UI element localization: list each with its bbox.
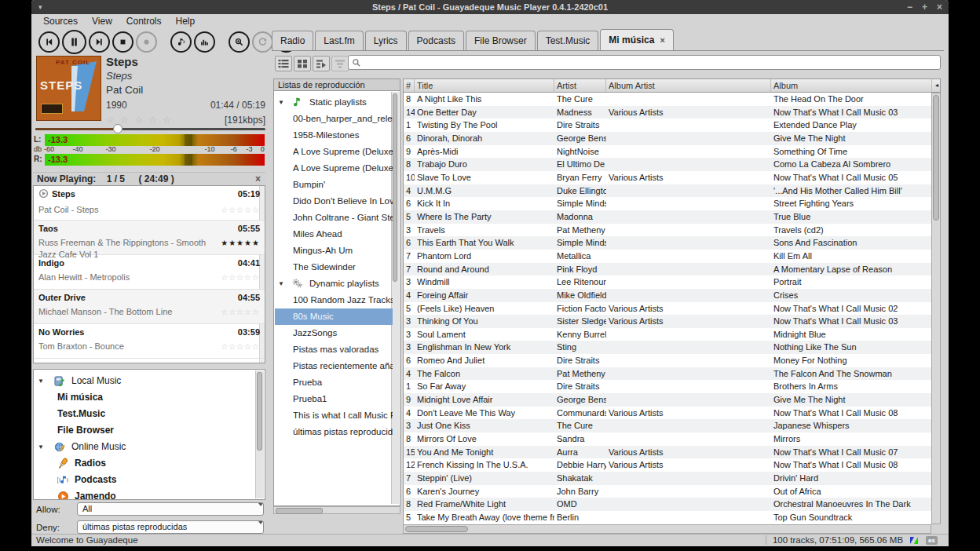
- menu-controls[interactable]: Controls: [119, 14, 169, 28]
- table-row[interactable]: 4U.M.M.GDuke Ellington'...And His Mother…: [404, 184, 931, 198]
- playlist-item-jazzsongs[interactable]: JazzSongs: [275, 325, 393, 341]
- playlist-item-00-ben-harper-and-relentless7[interactable]: 00-ben_harper_and_relentless7: [275, 111, 393, 127]
- table-row[interactable]: 1Twisting By The PoolDire StraitsExtende…: [404, 119, 931, 132]
- table-row[interactable]: 6Romeo And JulietDire StraitsMoney For N…: [404, 354, 931, 367]
- playlist-item-prueba1[interactable]: Prueba1: [275, 391, 393, 407]
- table-row[interactable]: 8A Night Like ThisThe CureThe Head On Th…: [404, 93, 931, 106]
- record-button[interactable]: [136, 31, 157, 53]
- albums-grid-view-button[interactable]: [294, 56, 311, 71]
- table-row[interactable]: 15You And Me TonightAurraVarious Artists…: [404, 446, 931, 459]
- queue-item[interactable]: No Worries03:59Tom Braxton - Bounce☆☆☆☆☆: [34, 324, 265, 359]
- maximize-button[interactable]: +: [922, 0, 927, 14]
- spinner-arrows-icon[interactable]: [254, 524, 259, 534]
- playlist-item-pistas-mas-valoradas[interactable]: Pistas mas valoradas: [275, 341, 393, 358]
- table-row[interactable]: 5Take My Breath Away (love theme from "T…: [404, 511, 931, 524]
- sources-item-radios[interactable]: Radios: [34, 455, 255, 472]
- playlist-item-1958-milestones[interactable]: 1958-Milestones: [275, 127, 393, 144]
- playlist-item-the-sidewinder[interactable]: The Sidewinder: [275, 259, 393, 276]
- sources-item-test-music[interactable]: Test.Music: [34, 406, 255, 422]
- table-row[interactable]: 3Thinking Of YouSister SledgeVarious Art…: [404, 315, 931, 328]
- playlist-item-bumpin[interactable]: Bumpin': [275, 177, 393, 193]
- queue-item[interactable]: Indigo04:41Alan Hewitt - Metropolis☆☆☆☆☆: [34, 255, 265, 290]
- queue-item-rating[interactable]: ☆☆☆☆☆: [221, 341, 260, 352]
- tab-last-fm[interactable]: Last.fm: [315, 31, 363, 50]
- next-button[interactable]: [89, 31, 110, 53]
- table-row[interactable]: 3Just One KissThe CureJapanese Whispers: [404, 419, 931, 432]
- column-header-title[interactable]: Title: [415, 79, 554, 92]
- playlist-item-john-coltrane-giant-steps[interactable]: John Coltrane - Giant Steps: [275, 210, 393, 226]
- tab-test-music[interactable]: Test.Music: [537, 31, 599, 50]
- sources-item-podcasts[interactable]: Podcasts: [34, 472, 255, 488]
- queue-item[interactable]: Outer Drive04:55Michael Manson - The Bot…: [34, 290, 265, 324]
- playlist-item-pistas-recientemente-a-adidas[interactable]: Pistas recientemente añadidas: [275, 358, 393, 374]
- previous-button[interactable]: [38, 31, 60, 53]
- table-row[interactable]: 7Round and AroundPink FloydA Momentary L…: [404, 263, 931, 276]
- now-playing-close-icon[interactable]: ×: [255, 173, 261, 186]
- volume-button[interactable]: [170, 31, 192, 53]
- playlist-item-dido-don-t-believe-in-love-listas[interactable]: Dido Don't Believe In Love Listas: [275, 193, 393, 210]
- column-header-album-artist[interactable]: Album Artist: [606, 79, 771, 92]
- table-row[interactable]: 5(Feels Like) HeavenFiction FactoryVario…: [404, 302, 931, 316]
- filter-view-button[interactable]: [331, 56, 349, 71]
- tab-podcasts[interactable]: Podcasts: [408, 31, 464, 50]
- table-row[interactable]: 8Red Frame/White LightOMDOrchestral Mano…: [404, 498, 931, 511]
- queue-item-rating[interactable]: ☆☆☆☆☆: [221, 204, 260, 216]
- menu-sources[interactable]: Sources: [36, 14, 85, 28]
- seek-knob[interactable]: [113, 124, 122, 133]
- expander-icon[interactable]: ▼: [278, 276, 284, 292]
- playlist-view-button[interactable]: [313, 56, 330, 71]
- table-row[interactable]: 3TravelsPat MethenyTravels (cd2): [404, 224, 931, 237]
- table-row[interactable]: 6Karen's JourneyJohn BarryOut of Africa: [404, 485, 931, 498]
- expander-icon[interactable]: ▼: [38, 373, 44, 389]
- table-row[interactable]: 14One Better DayMadnessVarious ArtistsNo…: [404, 106, 931, 119]
- seek-slider[interactable]: [35, 124, 265, 133]
- playlist-item-miles-ahead[interactable]: Miles Ahead: [275, 226, 393, 243]
- stop-button[interactable]: [112, 31, 133, 53]
- allow-filter-select[interactable]: All: [77, 502, 264, 516]
- minimize-button[interactable]: −: [907, 0, 912, 14]
- table-row[interactable]: 6This Earth That You WalkSimple MindsSon…: [404, 236, 931, 250]
- table-row[interactable]: 12French Kissing In The U.S.A.Debbie Har…: [404, 458, 931, 472]
- table-row[interactable]: 9Après-MidiNightNoiseSomething Of Time: [404, 145, 931, 159]
- table-row[interactable]: 4The FalconPat Metheny GroupThe Falcon A…: [404, 367, 931, 381]
- playlist-group-static-playlists[interactable]: ▼Static playlists: [275, 94, 393, 111]
- column-options-icon[interactable]: ◂: [932, 79, 940, 92]
- queue-item-rating[interactable]: ☆☆☆☆☆: [221, 272, 260, 283]
- sources-scrollbar[interactable]: [255, 370, 264, 498]
- close-button[interactable]: ×: [937, 0, 942, 14]
- table-row[interactable]: 4Don't Leave Me This WayCommunardsVariou…: [404, 407, 931, 420]
- column-header-artist[interactable]: Artist: [554, 79, 606, 92]
- tab-radio[interactable]: Radio: [272, 31, 313, 50]
- search-input[interactable]: [364, 56, 940, 69]
- table-row[interactable]: 8Mirrors Of LoveSandraMirrors: [404, 432, 931, 446]
- playlist-item-prueba[interactable]: Prueba: [275, 374, 393, 391]
- tracks-view-button[interactable]: [275, 56, 292, 71]
- tab-lyrics[interactable]: Lyrics: [365, 31, 407, 50]
- queue-item-rating[interactable]: ☆☆☆☆☆: [221, 306, 260, 318]
- column-header-[interactable]: #: [404, 79, 415, 92]
- tab-close-icon[interactable]: ×: [660, 35, 664, 45]
- playlists-hscrollbar[interactable]: [273, 506, 400, 514]
- repeat-button[interactable]: [252, 31, 273, 53]
- table-row[interactable]: 3Englishman In New YorkStingNothing Like…: [404, 341, 931, 354]
- playlist-item-80s-music[interactable]: 80s Music: [275, 308, 393, 325]
- smart-mode-button[interactable]: [229, 31, 250, 53]
- track-table-hscrollbar[interactable]: [403, 524, 931, 534]
- sources-group-online-music[interactable]: ▼Online Music: [34, 439, 255, 455]
- table-row[interactable]: 8Trabajo DuroEl Ultimo De La FilaComo La…: [404, 158, 931, 171]
- playlist-item-mingus-ah-um[interactable]: Mingus-Ah Um: [275, 243, 393, 259]
- sources-item-file-browser[interactable]: File Browser: [34, 422, 255, 439]
- search-box[interactable]: [348, 55, 941, 70]
- queue-item[interactable]: Steps05:19Pat Coil - Steps☆☆☆☆☆: [34, 186, 265, 221]
- tab-mi-m-sica[interactable]: Mi música×: [600, 29, 673, 50]
- table-row[interactable]: 10Slave To LoveBryan FerryVarious Artist…: [404, 171, 931, 184]
- table-row[interactable]: 6Dinorah, DinorahGeorge BensonGive Me Th…: [404, 132, 931, 145]
- spinner-arrows-icon[interactable]: [254, 505, 259, 516]
- tab-file-browser[interactable]: File Browser: [466, 31, 536, 50]
- album-art[interactable]: PAT COIL STEPS: [36, 56, 101, 121]
- deny-filter-select[interactable]: últimas pistas reproducidas: [77, 520, 264, 534]
- playlist-item-100-random-jazz-tracks[interactable]: 100 Random Jazz Tracks: [275, 292, 393, 308]
- table-row[interactable]: 7Phantom LordMetallicaKill Em All: [404, 250, 931, 263]
- playlist-item-this-is-what-i-call-music-random[interactable]: This is what I call Music Random: [275, 407, 393, 424]
- sources-item-jamendo[interactable]: Jamendo: [34, 488, 255, 500]
